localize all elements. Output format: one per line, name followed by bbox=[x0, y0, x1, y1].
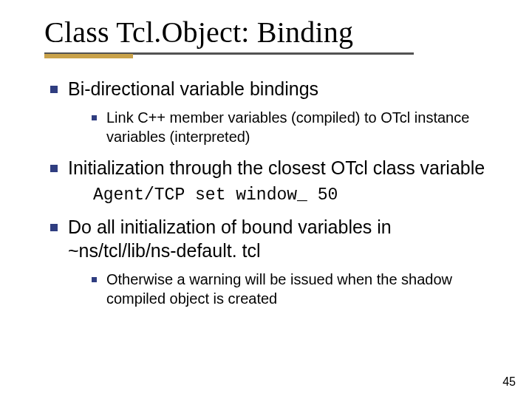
bullet-list: Bi-directional variable bindings Link C+… bbox=[46, 78, 502, 308]
bullet-text: Do all initialization of bound variables… bbox=[68, 216, 392, 260]
bullet-text: Bi-directional variable bindings bbox=[68, 78, 318, 99]
sub-bullet-item: Link C++ member variables (compiled) to … bbox=[89, 108, 502, 146]
sub-bullet-list: Otherwise a warning will be issued when … bbox=[68, 270, 502, 308]
rule-gold bbox=[44, 54, 133, 58]
bullet-item: Initialization through the closest OTcl … bbox=[46, 157, 502, 205]
page-number: 45 bbox=[502, 375, 516, 389]
bullet-item: Do all initialization of bound variables… bbox=[46, 216, 502, 308]
sub-bullet-text: Otherwise a warning will be issued when … bbox=[106, 271, 452, 307]
slide-title: Class Tcl.Object: Binding bbox=[44, 15, 502, 50]
sub-bullet-list: Link C++ member variables (compiled) to … bbox=[68, 108, 502, 146]
title-underline bbox=[44, 52, 502, 58]
slide: Class Tcl.Object: Binding Bi-directional… bbox=[0, 0, 532, 399]
bullet-text: Initialization through the closest OTcl … bbox=[68, 157, 485, 178]
bullet-item: Bi-directional variable bindings Link C+… bbox=[46, 78, 502, 146]
code-line: Agent/TCP set window_ 50 bbox=[93, 185, 502, 206]
sub-bullet-text: Link C++ member variables (compiled) to … bbox=[106, 109, 469, 145]
sub-bullet-item: Otherwise a warning will be issued when … bbox=[89, 270, 502, 308]
